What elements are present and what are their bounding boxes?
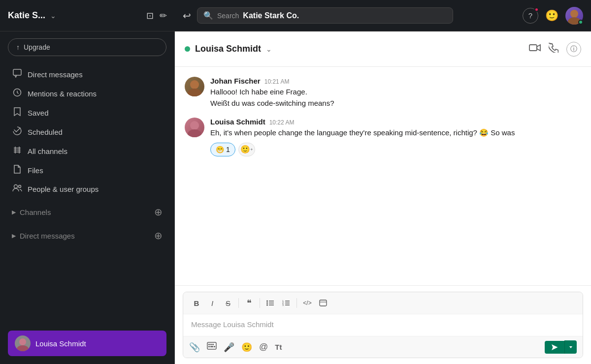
sidebar-item-files[interactable]: Files (4, 161, 170, 180)
code-button[interactable]: </> (300, 296, 315, 310)
scheduled-label: Scheduled (28, 128, 63, 136)
svg-point-15 (188, 89, 201, 96)
sidebar: ↑ Upgrade Direct messages (0, 31, 175, 364)
compose-bottom-toolbar: 📎 🎤 🙂 @ (183, 336, 583, 358)
message-group-louisa: Louisa Schmidt 10:22 AM Eh, it's when pe… (185, 118, 581, 156)
direct-messages-section[interactable]: ▶ Direct messages ⊕ (4, 226, 170, 245)
reaction-emoji: 😁 (216, 146, 224, 153)
search-bar[interactable]: 🔍 Search Katie Stark Co. (197, 7, 453, 24)
top-bar-actions: ⊡ ✏ (146, 10, 167, 21)
compose-area: B I S ❝ (175, 285, 591, 364)
svg-rect-37 (210, 346, 213, 348)
reaction-count: 1 (226, 146, 230, 153)
workspace-chevron-icon[interactable]: ⌄ (50, 12, 56, 20)
bold-button[interactable]: B (189, 296, 204, 310)
svg-point-11 (19, 338, 26, 345)
people-groups-icon (12, 184, 23, 194)
italic-button[interactable]: I (205, 296, 220, 310)
bullet-list-button[interactable] (263, 296, 278, 310)
message-text-louisa: Eh, it's when people change the language… (210, 127, 581, 139)
chat-header-actions: ⓘ (529, 42, 581, 57)
notification-dot (534, 7, 539, 12)
chat-header: Louisa Schmidt ⌄ ⓘ (175, 31, 591, 67)
search-icon: 🔍 (203, 11, 213, 20)
saved-icon (12, 107, 23, 119)
compose-input[interactable]: Message Louisa Schmidt (183, 314, 583, 336)
message-header-louisa: Louisa Schmidt 10:22 AM (210, 118, 581, 126)
svg-point-10 (19, 185, 21, 188)
reactions-area: 😁 1 🙂+ (210, 143, 581, 156)
compose-toolbar: B I S ❝ (183, 292, 583, 314)
code-block-button[interactable] (316, 296, 330, 310)
numbered-list-button[interactable]: 1. 2. 3. (279, 296, 294, 310)
mention-icon[interactable]: @ (259, 342, 268, 352)
microphone-icon[interactable]: 🎤 (224, 342, 234, 353)
message-time-louisa: 10:22 AM (269, 119, 295, 126)
saved-label: Saved (28, 109, 49, 117)
svg-point-22 (266, 304, 268, 306)
emoji-status-icon[interactable]: 🙂 (545, 9, 558, 22)
info-icon[interactable]: ⓘ (566, 42, 581, 57)
svg-rect-33 (208, 344, 210, 345)
sidebar-item-people-groups[interactable]: People & user groups (4, 181, 170, 198)
upgrade-button[interactable]: ↑ Upgrade (8, 38, 166, 56)
upgrade-icon: ↑ (16, 43, 20, 51)
contact-chevron-icon[interactable]: ⌄ (266, 45, 272, 53)
files-icon (12, 165, 23, 176)
add-channel-icon[interactable]: ⊕ (154, 206, 163, 218)
message-content-louisa: Louisa Schmidt 10:22 AM Eh, it's when pe… (210, 118, 581, 156)
sidebar-item-mentions-reactions[interactable]: Mentions & reactions (4, 85, 170, 103)
messages-area: Johan Fischer 10:21 AM Hallooo! Ich habe… (175, 67, 591, 285)
dm-section-chevron-icon: ▶ (12, 233, 16, 239)
svg-rect-32 (207, 342, 216, 349)
toolbar-divider-1 (238, 298, 239, 308)
reaction-chip-grinning[interactable]: 😁 1 (210, 143, 235, 156)
send-options-button[interactable] (564, 340, 577, 354)
add-reaction-button[interactable]: 🙂+ (238, 143, 255, 156)
mentions-reactions-label: Mentions & reactions (28, 90, 97, 98)
compose-icon[interactable]: ✏ (160, 10, 167, 21)
sidebar-item-scheduled[interactable]: Scheduled (4, 123, 170, 141)
active-user-bar[interactable]: Louisa Schmidt (8, 331, 166, 356)
workspace-name[interactable]: Katie S... (8, 10, 45, 21)
video-icon[interactable] (529, 43, 541, 55)
sidebar-item-all-channels[interactable]: All channels (4, 142, 170, 160)
direct-messages-label: Direct messages (28, 70, 83, 79)
emoji-icon[interactable]: 🙂 (241, 342, 252, 353)
send-button[interactable] (545, 341, 564, 354)
history-icon[interactable]: ↩ (183, 10, 191, 22)
phone-icon[interactable] (549, 43, 558, 55)
svg-rect-13 (529, 45, 537, 51)
attachment-icon[interactable]: 📎 (189, 342, 200, 353)
sidebar-item-direct-messages[interactable]: Direct messages (4, 65, 170, 84)
sidebar-nav: Direct messages Mentions & reactions (0, 63, 174, 200)
message-group: Johan Fischer 10:21 AM Hallooo! Ich habe… (185, 77, 581, 109)
top-right-icons: ? 🙂 (523, 7, 583, 25)
svg-rect-36 (208, 346, 210, 348)
svg-point-9 (14, 185, 18, 188)
top-bar-right: ↩ 🔍 Search Katie Stark Co. ? 🙂 (175, 7, 591, 25)
direct-messages-icon (12, 69, 23, 80)
sender-name-louisa: Louisa Schmidt (210, 118, 265, 126)
blockquote-button[interactable]: ❝ (242, 296, 257, 310)
main-layout: ↑ Upgrade Direct messages (0, 31, 591, 364)
text-format-icon[interactable]: Tt (275, 343, 282, 351)
all-channels-label: All channels (28, 147, 67, 155)
search-workspace: Katie Stark Co. (243, 11, 299, 20)
top-bar: Katie S... ⌄ ⊡ ✏ ↩ 🔍 Search Katie Stark … (0, 0, 591, 31)
sender-name: Johan Fischer (210, 77, 261, 85)
channels-section[interactable]: ▶ Channels ⊕ (4, 202, 170, 222)
video-call-icon[interactable]: ⊡ (146, 10, 154, 21)
user-online-dot (578, 20, 583, 25)
mentions-icon (12, 88, 23, 99)
shortcuts-icon[interactable] (207, 342, 217, 352)
sidebar-item-saved[interactable]: Saved (4, 104, 170, 122)
active-user-name: Louisa Schmidt (35, 339, 86, 348)
compose-placeholder: Message Louisa Schmidt (191, 320, 274, 329)
strikethrough-button[interactable]: S (221, 296, 235, 310)
channels-chevron-icon: ▶ (12, 209, 16, 215)
add-dm-icon[interactable]: ⊕ (154, 230, 163, 242)
user-avatar-wrap (565, 7, 583, 25)
contact-online-indicator (185, 46, 190, 52)
svg-point-12 (17, 345, 29, 351)
